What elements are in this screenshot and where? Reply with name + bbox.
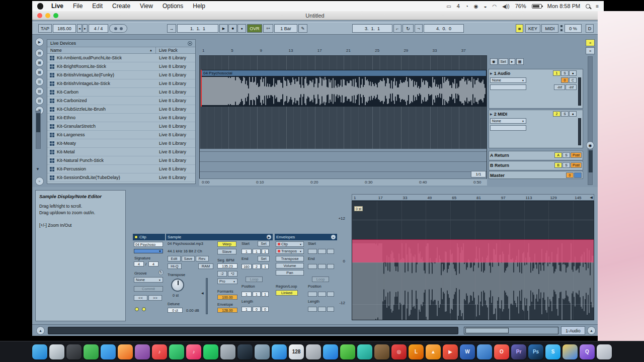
menubar-clock[interactable]: Mon 8:58 PM — [547, 3, 580, 9]
keyboard-map-indicator[interactable]: ▦ — [516, 24, 523, 33]
start-bar-field[interactable]: 1 — [242, 249, 252, 254]
clip-title-bar[interactable]: 04 Psychosocial — [202, 70, 486, 76]
follow-button[interactable]: → — [167, 24, 176, 33]
overdub-button[interactable]: OVR — [247, 24, 262, 33]
midi-map-button[interactable]: MIDI — [541, 24, 558, 33]
browser-rail-icon-1[interactable]: ▤ — [35, 49, 44, 57]
stop-button[interactable]: ■ — [228, 24, 237, 33]
track-activator[interactable]: 2 — [553, 111, 560, 117]
loop-length-field[interactable]: 4. 0. 0 — [424, 24, 464, 33]
show-info-button[interactable]: ▲ — [36, 326, 45, 335]
start-sixteenth-field[interactable]: 1 — [262, 249, 269, 254]
dock-icon-photoshop[interactable]: Ps — [528, 344, 543, 359]
double-tempo-button[interactable]: *2 — [228, 271, 237, 277]
spotlight-search-icon[interactable] — [586, 4, 590, 9]
track-activator[interactable]: A — [554, 152, 562, 158]
nudge-down-button[interactable]: ◂ — [77, 24, 82, 33]
dock-icon-vlc[interactable]: ▲ — [426, 344, 441, 359]
env-end-beat-field[interactable] — [318, 264, 326, 269]
track-name[interactable]: 1 Audio — [494, 71, 552, 76]
save-button[interactable]: Save — [182, 256, 195, 261]
dock-icon-notes[interactable] — [306, 344, 321, 359]
arrangement-time-ruler[interactable]: 0:000:100:200:300:400:50 — [199, 178, 487, 186]
volume-icon[interactable]: ◀)) — [502, 4, 509, 9]
play-button[interactable]: ▶ — [219, 24, 228, 33]
browser-row[interactable]: Kit-MeatyLive 8 Library — [47, 139, 195, 148]
track-name[interactable]: A Return — [490, 153, 554, 158]
browser-rail-icon-0[interactable]: ▶ — [35, 38, 44, 46]
quick-pan-button[interactable]: Pan — [276, 270, 304, 276]
punch-out-button[interactable]: ¬ — [415, 24, 423, 33]
solo-button[interactable]: S — [561, 111, 569, 117]
track-activator[interactable]: B — [554, 162, 562, 168]
vertical-scrollbar-handle[interactable] — [589, 150, 593, 172]
column-divider[interactable] — [155, 47, 156, 54]
position-sixteenth-field[interactable]: 1 — [262, 292, 269, 297]
envelope-parameter-chooser[interactable]: Transpos▼ — [276, 248, 304, 254]
browser-rail-icon-5[interactable]: ▧ — [35, 87, 44, 96]
browser-row[interactable]: Kit-CarbonLive 8 Library — [47, 88, 195, 97]
sync-status-icon[interactable]: ◔ — [465, 4, 468, 9]
fold-track-icon[interactable]: ▶ — [490, 112, 493, 116]
warp-mode-chooser[interactable]: Pro▼ — [217, 279, 237, 284]
warp-toggle[interactable]: Warp — [217, 241, 236, 247]
key-map-button[interactable]: KEY — [525, 24, 540, 33]
horizontal-scrollbar[interactable] — [48, 327, 458, 334]
rail-scrollbar-handle[interactable] — [36, 113, 40, 132]
browser-row[interactable]: Kit-CarbonizedLive 8 Library — [47, 97, 195, 105]
apple-menu-icon[interactable] — [37, 3, 43, 10]
new-take-button[interactable]: ≡+ — [263, 24, 273, 33]
envelope-field[interactable]: 128.00 — [217, 308, 237, 313]
envelope-device-chooser[interactable]: Clip▼ — [276, 241, 304, 247]
arrangement-position-field[interactable]: 1. 1. 1 — [177, 24, 218, 33]
post-toggle[interactable]: Post — [571, 152, 582, 158]
menu-create[interactable]: Create — [112, 3, 130, 10]
hiq-toggle[interactable]: Hi-Q — [168, 263, 182, 269]
gain-value[interactable]: 0.00 dB — [186, 308, 199, 313]
output-chooser[interactable] — [490, 84, 526, 90]
formants-field[interactable]: 100.00 — [217, 295, 237, 300]
editor-bar-ruler[interactable]: ◀ 1173349658197113129145 — [352, 194, 594, 201]
arm-button[interactable]: ● — [569, 70, 577, 76]
display-cast-icon[interactable]: ▭ — [446, 4, 451, 9]
dock-icon-firefox[interactable] — [118, 344, 133, 359]
browser-row[interactable]: Kit-BritishVintageLite-StickLive 8 Libra… — [47, 79, 195, 88]
arrangement-clip-waveform[interactable] — [202, 76, 486, 106]
dock-icon-player[interactable]: ▶ — [443, 344, 458, 359]
dock-icon-green-app[interactable] — [169, 344, 184, 359]
overview-handle[interactable] — [465, 328, 509, 333]
hot-swap-icon[interactable] — [188, 41, 192, 46]
dock-icon-safari[interactable] — [323, 344, 338, 359]
env-position-beat-field[interactable] — [318, 292, 326, 297]
rail-scrollbar[interactable] — [36, 111, 41, 149]
menu-options[interactable]: Options — [163, 3, 183, 10]
detune-field[interactable]: 0 ct — [168, 308, 183, 313]
quick-volume-button[interactable]: Volume — [276, 263, 304, 268]
zoom-back-button[interactable]: ◉ — [586, 141, 594, 149]
wifi-icon[interactable]: ◠ — [493, 4, 497, 9]
menu-live[interactable]: Live — [51, 3, 63, 10]
browser-row[interactable]: Kit-BritishVintageLite(Funky)Live 8 Libr… — [47, 71, 195, 79]
linked-toggle[interactable]: Linked — [276, 290, 298, 296]
end-beat-field[interactable]: 2 — [253, 264, 261, 269]
length-sixteenth-field[interactable]: 0 — [262, 307, 269, 312]
browser-row[interactable]: Kit-BrightRoomLite-StickLive 8 Library — [47, 62, 195, 71]
audio-status-icon[interactable]: ◒ — [484, 4, 487, 9]
solo-button[interactable]: S — [562, 162, 570, 168]
dock-icon-opera[interactable]: O — [494, 344, 509, 359]
dock-icon-drive[interactable] — [255, 344, 270, 359]
dock-icon-photo-booth[interactable] — [84, 344, 99, 359]
quantize-menu[interactable]: 1 Bar — [274, 24, 297, 33]
window-titlebar[interactable]: Untitled — [32, 11, 598, 20]
sample-loop-toggle[interactable]: Loop — [246, 277, 263, 282]
length-bar-field[interactable]: 1 — [242, 307, 252, 312]
metronome-toggle[interactable] — [109, 24, 127, 33]
nudge-forward-button[interactable]: >> — [148, 295, 162, 301]
io-show-button[interactable]: ≡ — [586, 47, 595, 54]
set-start-button[interactable]: Set — [258, 241, 270, 246]
signature-denominator-field[interactable]: 4 — [148, 261, 158, 266]
envelopes-add-icon[interactable]: + — [331, 235, 336, 239]
tap-tempo-button[interactable]: TAP — [38, 24, 52, 33]
env-start-beat-field[interactable] — [318, 249, 326, 254]
dock-icon-whatsapp[interactable] — [340, 344, 355, 359]
